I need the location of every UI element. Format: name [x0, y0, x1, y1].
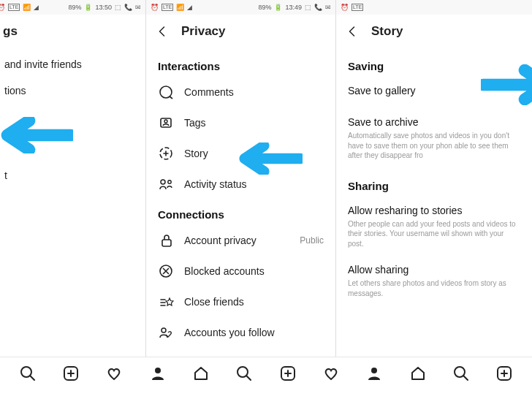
home-icon[interactable] — [409, 365, 427, 382]
menu-item[interactable] — [0, 133, 145, 162]
lock-icon — [158, 232, 174, 248]
menu-item-story[interactable]: Story — [146, 138, 335, 169]
follow-icon — [158, 324, 174, 341]
menu-item-tags[interactable]: Tags — [146, 107, 335, 138]
setting-save-archive[interactable]: Save to archive — [336, 108, 532, 129]
bottom-nav — [0, 357, 532, 389]
search-icon[interactable] — [235, 365, 253, 382]
back-icon[interactable] — [346, 25, 360, 38]
setting-reshare[interactable]: Allow resharing to stories — [336, 197, 532, 218]
titlebar: gs — [0, 15, 145, 48]
menu-item[interactable]: tions — [0, 77, 145, 104]
privacy-status: Public — [300, 235, 324, 246]
menu-item-blocked[interactable]: Blocked accounts — [146, 256, 335, 286]
section-header: Connections — [146, 200, 335, 225]
menu-item[interactable] — [0, 189, 145, 218]
menu-item-accounts-follow[interactable]: Accounts you follow — [146, 317, 335, 348]
add-icon[interactable] — [495, 365, 513, 382]
screen-privacy: ⏰LTE📶◢ 89% 🔋 13:49 ⬚📞✉ Privacy Interacti… — [146, 0, 336, 358]
page-title: gs — [3, 24, 18, 39]
titlebar: Privacy — [146, 15, 335, 48]
page-title: Story — [371, 24, 403, 39]
menu-item[interactable]: t — [0, 162, 145, 189]
status-bar: ⏰LTE📶◢ 89% 🔋 13:49 ⬚📞✉ — [146, 0, 335, 15]
story-icon — [158, 145, 174, 162]
blocked-icon — [158, 263, 174, 279]
add-icon[interactable] — [279, 365, 297, 382]
screen-settings: ⏰LTE📶◢ 89% 🔋 13:50 ⬚📞✉ gs and invite fri… — [0, 0, 146, 358]
screen-story: ⏰LTE Story Saving Save to gallery Save t… — [336, 0, 532, 358]
close-friends-icon — [158, 294, 174, 310]
section-header: Sharing — [336, 168, 532, 197]
profile-icon[interactable] — [365, 365, 383, 382]
menu-item[interactable]: and invite friends — [0, 51, 145, 77]
heart-icon[interactable] — [322, 365, 340, 382]
profile-icon[interactable] — [149, 365, 167, 382]
status-bar: ⏰LTE — [336, 0, 532, 15]
search-icon[interactable] — [452, 365, 470, 382]
menu-item[interactable] — [0, 104, 145, 133]
heart-icon[interactable] — [105, 365, 123, 382]
menu-item-comments[interactable]: Comments — [146, 77, 335, 107]
setting-save-gallery[interactable]: Save to gallery — [336, 77, 532, 98]
add-icon[interactable] — [62, 365, 80, 382]
status-bar: ⏰LTE📶◢ 89% 🔋 13:50 ⬚📞✉ — [0, 0, 145, 15]
titlebar: Story — [336, 15, 532, 48]
setting-allow-sharing[interactable]: Allow sharing — [336, 256, 532, 277]
page-title: Privacy — [181, 24, 226, 39]
search-icon[interactable] — [19, 365, 37, 382]
setting-desc: Automatically save photos and videos in … — [336, 129, 532, 168]
back-icon[interactable] — [156, 25, 170, 38]
menu-item-account-privacy[interactable]: Account privacy Public — [146, 225, 335, 256]
tags-icon — [158, 115, 174, 131]
home-icon[interactable] — [192, 365, 210, 382]
section-header: Interactions — [146, 51, 335, 77]
menu-item-close-friends[interactable]: Close friends — [146, 286, 335, 317]
section-header: Saving — [336, 51, 532, 77]
setting-desc: Other people can add your feed posts and… — [336, 218, 532, 256]
comment-icon — [158, 84, 174, 100]
menu-item-activity[interactable]: Activity status — [146, 169, 335, 200]
setting-desc: Let others share photos and videos from … — [336, 277, 532, 305]
activity-icon — [158, 176, 174, 192]
